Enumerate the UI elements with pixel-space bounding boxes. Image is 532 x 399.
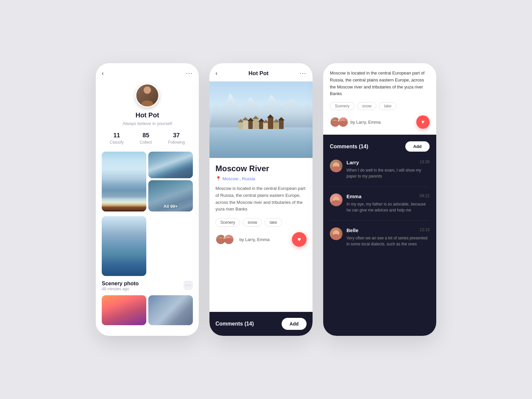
- article-location: 📍 Moscow , Russia: [215, 176, 307, 181]
- avatar: [135, 83, 159, 107]
- add-comment-button[interactable]: Add: [405, 141, 430, 152]
- phone-comments: Moscow is located in the central Europea…: [323, 63, 436, 336]
- article-title: Moscow River: [215, 164, 307, 173]
- profile-nav: ‹ ···: [102, 70, 193, 77]
- author-names-label: by Larry, Emma: [239, 237, 270, 242]
- comment-username-emma: Emma: [346, 194, 361, 199]
- comments-dark-section: Comments (14) Add Larry 13:28 When I do …: [323, 135, 436, 336]
- stat-classify-number: 11: [110, 132, 124, 139]
- phone-article: ‹ Hot Pot ··· Moscow River 📍 M: [209, 63, 313, 336]
- article-more-button[interactable]: ···: [300, 70, 307, 77]
- stat-collect: 85 Collect: [140, 132, 152, 145]
- preview-author-avatars: [330, 117, 346, 127]
- photo-overlay-count: All 99+: [148, 204, 193, 209]
- comment-avatar-belle: [330, 227, 342, 240]
- comment-divider-2: [330, 220, 430, 221]
- section-more-button[interactable]: ···: [184, 281, 193, 290]
- phone-profile: ‹ ··· Hot Pot Always believe in yourself…: [96, 63, 199, 336]
- comment-meta-emma: Emma 09:22: [346, 194, 430, 199]
- photo-grid: All 99+: [102, 152, 193, 211]
- article-description: Moscow is located in the central Europea…: [215, 185, 307, 213]
- comment-body-emma: Emma 09:22 In my eye, my father is so ad…: [346, 194, 430, 213]
- decorative-houses: [209, 106, 313, 129]
- tag-lake[interactable]: lake: [265, 218, 282, 227]
- section-title: Scenery photo: [102, 281, 139, 287]
- article-content: Moscow River 📍 Moscow , Russia Moscow is…: [209, 158, 313, 312]
- avatar-image: [136, 84, 158, 106]
- author-avatars: [215, 234, 231, 245]
- photo-grid-row2: [102, 216, 193, 276]
- photo-cell-overlay[interactable]: All 99+: [148, 180, 193, 211]
- preview-like-button[interactable]: ♥: [416, 115, 430, 129]
- comment-avatar-larry: [330, 160, 342, 172]
- back-button[interactable]: ‹: [102, 70, 104, 77]
- comment-text-belle: Very often we an see a lot of series pre…: [346, 235, 430, 247]
- preview-description: Moscow is located in the central Europea…: [330, 70, 430, 97]
- photo-cell-mountain[interactable]: [148, 152, 193, 178]
- comments-header: Comments (14) Add: [330, 141, 430, 152]
- comment-item-emma: Emma 09:22 In my eye, my father is so ad…: [330, 194, 430, 213]
- section-subtitle: 48 minutes ago: [102, 287, 139, 291]
- stat-following-label: Following: [168, 140, 185, 145]
- profile-bio: Always believe in yourself: [102, 121, 193, 126]
- comment-body-belle: Belle 12:13 Very often we an see a lot o…: [346, 227, 430, 247]
- article-tags: Scenery snow lake: [215, 218, 307, 227]
- article-bottom-bar: Comments (14) Add: [209, 312, 313, 336]
- comment-meta-larry: Larry 13:28: [346, 160, 430, 165]
- tag-scenery[interactable]: Scenery: [215, 218, 240, 227]
- comment-body-larry: Larry 13:28 When I do well in the exam, …: [346, 160, 430, 179]
- comment-divider-1: [330, 187, 430, 187]
- comment-time-emma: 09:22: [420, 194, 430, 199]
- article-authors: by Larry, Emma ♥: [215, 232, 307, 247]
- strip-photo-sunset[interactable]: [102, 295, 146, 325]
- strip-photo-city[interactable]: [148, 295, 193, 325]
- profile-avatar-container: [102, 83, 193, 107]
- preview-like-icon: ♥: [421, 119, 425, 125]
- comment-item-belle: Belle 12:13 Very often we an see a lot o…: [330, 227, 430, 247]
- section-title-group: Scenery photo 48 minutes ago: [102, 281, 139, 291]
- photo-cell-scenery-large[interactable]: [102, 152, 146, 211]
- profile-stats: 11 Classify 85 Collect 37 Following: [102, 132, 193, 145]
- preview-authors-row: by Larry, Emma ♥: [330, 115, 430, 129]
- author-avatar-emma: [223, 234, 234, 245]
- like-icon: ♥: [298, 236, 301, 243]
- article-hero-image: [209, 81, 313, 158]
- article-nav: ‹ Hot Pot ···: [209, 63, 313, 81]
- comment-time-larry: 13:28: [420, 160, 430, 165]
- more-menu-button[interactable]: ···: [186, 70, 193, 77]
- comment-item-larry: Larry 13:28 When I do well in the exam, …: [330, 160, 430, 179]
- comment-text-larry: When I do well in the exam, I will show …: [346, 167, 430, 179]
- preview-tag-scenery[interactable]: Scenery: [330, 102, 354, 110]
- preview-tags: Scenery snow lake: [330, 102, 430, 110]
- stat-collect-label: Collect: [140, 140, 152, 145]
- preview-avatar-emma: [338, 117, 348, 127]
- article-nav-title: Hot Pot: [248, 70, 268, 77]
- comment-time-belle: 12:13: [420, 227, 430, 233]
- stat-classify-label: Classify: [110, 140, 124, 145]
- stat-following-number: 37: [168, 132, 185, 139]
- stat-classify: 11 Classify: [110, 132, 124, 145]
- profile-name: Hot Pot: [102, 111, 193, 119]
- comment-username-belle: Belle: [346, 227, 358, 233]
- location-pin-icon: 📍: [215, 176, 221, 181]
- stat-collect-number: 85: [140, 132, 152, 139]
- stat-following: 37 Following: [168, 132, 185, 145]
- tag-snow[interactable]: snow: [243, 218, 262, 227]
- comments-article-preview: Moscow is located in the central Europea…: [323, 63, 436, 135]
- add-comment-button[interactable]: Add: [282, 318, 307, 330]
- comments-title: Comments (14): [330, 144, 368, 150]
- preview-tag-lake[interactable]: lake: [379, 102, 396, 110]
- preview-author-label: by Larry, Emma: [350, 120, 381, 125]
- like-button[interactable]: ♥: [292, 232, 307, 247]
- comment-username-larry: Larry: [346, 160, 359, 165]
- comment-meta-belle: Belle 12:13: [346, 227, 430, 233]
- comment-text-emma: In my eye, my father is so adorable, bec…: [346, 201, 430, 213]
- comment-avatar-emma: [330, 194, 342, 206]
- article-back-button[interactable]: ‹: [215, 70, 217, 77]
- comments-count-label: Comments (14): [215, 321, 254, 327]
- preview-tag-snow[interactable]: snow: [357, 102, 376, 110]
- photo-cell-lake[interactable]: [102, 216, 146, 276]
- section-header: Scenery photo 48 minutes ago ···: [102, 281, 193, 291]
- location-text: Moscow , Russia: [222, 176, 255, 181]
- photo-strip: [102, 295, 193, 325]
